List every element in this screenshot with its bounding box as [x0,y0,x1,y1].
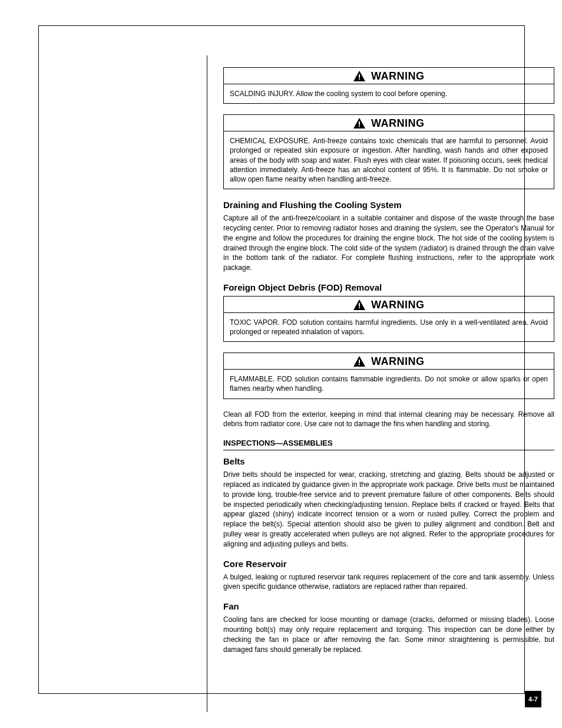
alert-body: TOXIC VAPOR. FOD solution contains harmf… [224,313,554,341]
alert-header: WARNING [224,353,554,370]
alert-scalding: WARNING SCALDING INJURY. Allow the cooli… [223,67,554,104]
content-column: WARNING SCALDING INJURY. Allow the cooli… [223,67,554,664]
warning-icon [353,299,365,310]
inspections-heading: INSPECTIONS—ASSEMBLIES [223,439,554,450]
alert-header: WARNING [224,115,554,131]
page-frame: WARNING SCALDING INJURY. Allow the cooli… [38,25,525,694]
alert-chemical: WARNING CHEMICAL EXPOSURE. Anti-freeze c… [223,114,554,189]
alert-label: WARNING [371,117,425,129]
alert-label: WARNING [371,299,425,311]
alert-header: WARNING [224,68,554,84]
svg-rect-2 [359,121,360,125]
section-title-core: Core Reservoir [223,559,554,569]
section-title-draining: Draining and Flushing the Cooling System [223,200,554,210]
alert-body: CHEMICAL EXPOSURE. Anti-freeze contains … [224,131,554,189]
alert-body: SCALDING INJURY. Allow the cooling syste… [224,84,554,103]
svg-rect-6 [359,360,360,363]
warning-icon [353,71,365,81]
section-title-fan: Fan [223,601,554,611]
section-title-fod: Foreign Object Debris (FOD) Removal [223,282,554,292]
svg-rect-5 [359,307,360,308]
svg-rect-7 [359,364,360,365]
svg-rect-0 [359,74,360,78]
alert-label: WARNING [371,355,425,367]
alert-header: WARNING [224,297,554,313]
column-divider [207,55,207,712]
section-body-core: A bulged, leaking or ruptured reservoir … [223,572,554,592]
alert-toxic: WARNING TOXIC VAPOR. FOD solution contai… [223,296,554,342]
section-body-belts: Drive belts should be inspected for wear… [223,470,554,549]
section-body-fan: Cooling fans are checked for loose mount… [223,615,554,654]
alert-body: FLAMMABLE. FOD solution contains flammab… [224,370,554,398]
section-title-belts: Belts [223,456,554,466]
section-body-fod: Clean all FOD from the exterior, keeping… [223,410,554,430]
section-body-draining: Capture all of the anti-freeze/coolant i… [223,213,554,273]
svg-rect-4 [359,303,360,307]
alert-label: WARNING [371,70,425,82]
svg-rect-3 [359,126,360,127]
svg-rect-1 [359,78,360,80]
alert-flammable: WARNING FLAMMABLE. FOD solution contains… [223,353,554,398]
warning-icon [353,356,365,367]
warning-icon [353,118,365,129]
page-number: 4-7 [525,691,541,707]
